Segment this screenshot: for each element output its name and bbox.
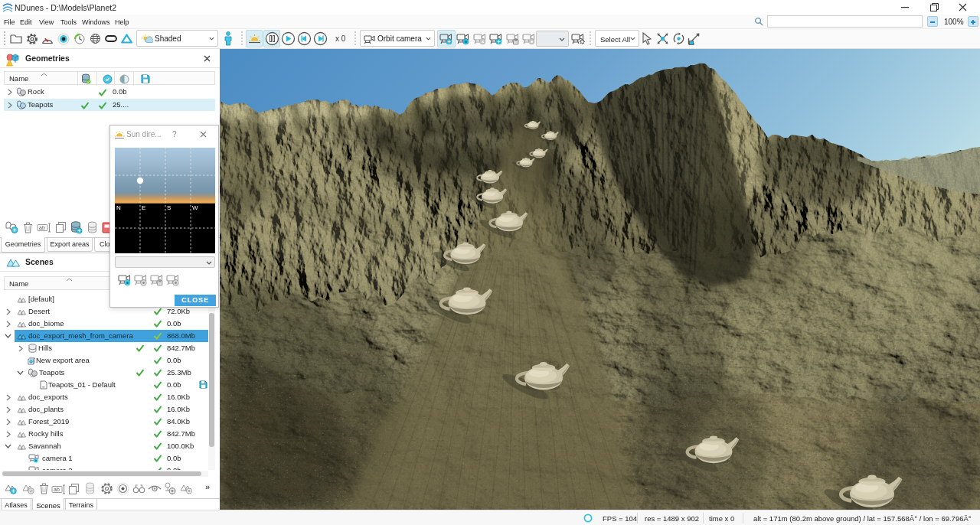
svg-text:E: E [142, 204, 145, 211]
svg-text:ab: ab [39, 225, 45, 230]
svg-text:S: S [167, 204, 171, 211]
svg-text:ab: ab [54, 487, 60, 492]
svg-text:W: W [192, 204, 198, 211]
svg-text:N: N [116, 204, 121, 211]
